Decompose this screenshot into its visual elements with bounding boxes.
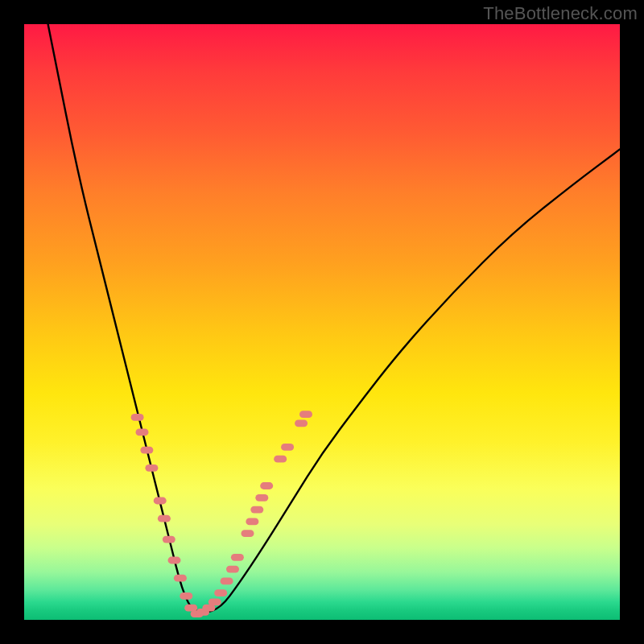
- curve-marker: [168, 557, 181, 564]
- curve-marker: [246, 518, 258, 526]
- curve-marker: [214, 589, 227, 597]
- curve-marker: [174, 575, 187, 582]
- curve-layer: [24, 24, 620, 620]
- curve-marker: [221, 578, 233, 585]
- curve-marker: [299, 411, 312, 418]
- plot-area: [24, 24, 620, 620]
- bottleneck-curve: [48, 24, 620, 613]
- curve-marker: [154, 497, 167, 505]
- curve-marker: [158, 515, 171, 522]
- curve-marker: [208, 598, 221, 605]
- curve-marker: [131, 414, 144, 421]
- curve-marker: [180, 592, 192, 600]
- curve-marker: [145, 464, 158, 472]
- curve-marker: [136, 429, 149, 436]
- curve-marker: [242, 530, 254, 537]
- curve-marker: [140, 447, 153, 454]
- curve-marker: [295, 419, 308, 427]
- curve-markers: [131, 411, 312, 617]
- curve-marker: [274, 456, 287, 463]
- chart-frame: TheBottleneck.com: [0, 0, 644, 644]
- curve-marker: [255, 494, 268, 502]
- curve-marker: [163, 536, 175, 543]
- curve-marker: [281, 444, 294, 451]
- watermark-text: TheBottleneck.com: [483, 3, 638, 24]
- curve-marker: [231, 554, 244, 561]
- curve-marker: [250, 506, 263, 514]
- curve-marker: [260, 482, 273, 489]
- curve-marker: [226, 566, 239, 573]
